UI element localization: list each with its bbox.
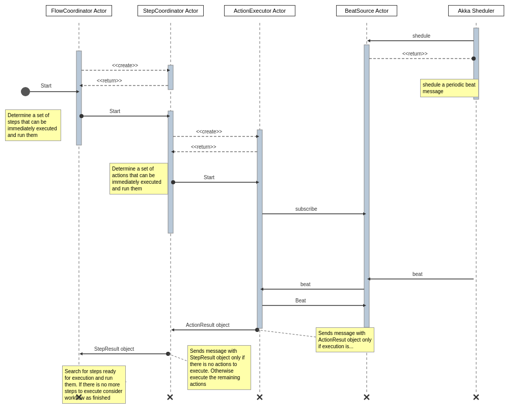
svg-marker-29	[171, 150, 174, 153]
svg-rect-6	[168, 65, 173, 90]
note-actions: Determine a set of actions that can be i…	[109, 163, 168, 194]
svg-text:subscribe: subscribe	[295, 206, 317, 212]
svg-text:<<return>>: <<return>>	[97, 78, 122, 83]
svg-text:Beat: Beat	[295, 298, 306, 303]
svg-text:Start: Start	[109, 108, 120, 114]
svg-rect-9	[364, 45, 369, 327]
svg-text:Start: Start	[204, 175, 214, 180]
svg-marker-36	[363, 212, 366, 215]
svg-point-62	[166, 352, 170, 356]
actor-flow: FlowCoordinator Actor	[46, 5, 112, 16]
svg-rect-8	[257, 130, 262, 328]
note-shedule: shedule a periodic beat message	[420, 79, 479, 97]
arrows-layer: Start <<create>> <<return>> Start <<crea…	[0, 0, 521, 420]
svg-text:beat: beat	[300, 282, 311, 287]
svg-point-11	[21, 87, 30, 96]
svg-marker-26	[256, 135, 259, 138]
svg-marker-16	[167, 69, 170, 72]
note-search-steps: Search for steps ready for execution and…	[62, 366, 126, 404]
svg-line-58	[257, 330, 316, 337]
svg-point-57	[255, 328, 259, 332]
actor-action: ActionExecutor Actor	[224, 5, 295, 16]
svg-point-44	[472, 57, 476, 61]
note-step-result: Sends message with StepResult object onl…	[187, 345, 251, 390]
svg-marker-42	[473, 57, 476, 60]
svg-marker-49	[367, 277, 370, 281]
svg-text:Start: Start	[41, 83, 51, 89]
note-action-result: Sends message with ActionResut object on…	[316, 327, 374, 352]
svg-marker-52	[363, 304, 366, 307]
svg-line-63	[168, 354, 188, 361]
actor-beat: BeatSource Actor	[336, 5, 397, 16]
actor-step: StepCoordinator Actor	[138, 5, 204, 16]
svg-marker-19	[79, 84, 83, 87]
sequence-diagram: Start <<create>> <<return>> Start <<crea…	[0, 0, 521, 420]
svg-marker-22	[167, 115, 170, 118]
end-cross-action: ✕	[256, 392, 263, 403]
svg-marker-13	[76, 90, 79, 93]
svg-text:beat: beat	[413, 271, 423, 277]
svg-text:<<return>>: <<return>>	[402, 51, 428, 57]
note-flow-steps: Determine a set of steps that can be imm…	[5, 109, 61, 141]
svg-marker-60	[79, 352, 83, 355]
end-cross-step: ✕	[166, 392, 174, 403]
svg-marker-39	[367, 39, 370, 42]
end-cross-beat: ✕	[363, 392, 370, 403]
svg-point-34	[171, 180, 175, 184]
svg-text:ActionResult object: ActionResult object	[186, 322, 230, 328]
svg-rect-7	[168, 111, 173, 233]
svg-text:<<create>>: <<create>>	[196, 129, 222, 134]
end-cross-akka: ✕	[472, 392, 480, 403]
svg-text:StepResult object: StepResult object	[94, 346, 134, 352]
svg-point-24	[79, 114, 84, 118]
actor-akka: Akka Sheduler	[448, 5, 504, 16]
svg-text:shedule: shedule	[413, 33, 430, 39]
svg-text:<<return>>: <<return>>	[191, 144, 216, 150]
svg-marker-55	[171, 328, 174, 331]
svg-marker-32	[256, 181, 259, 184]
svg-rect-5	[76, 51, 81, 145]
svg-text:<<create>>: <<create>>	[112, 63, 138, 68]
svg-marker-46	[260, 288, 263, 291]
end-cross-flow: ✕	[75, 392, 83, 403]
